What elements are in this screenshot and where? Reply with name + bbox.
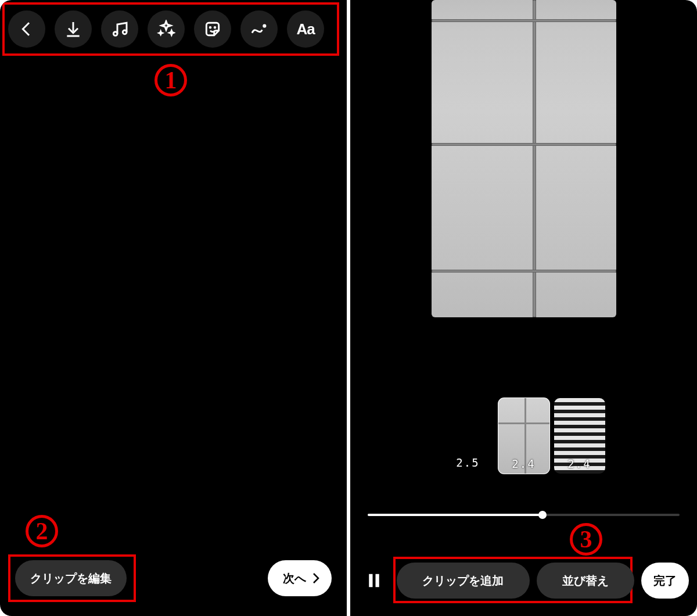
music-icon [110, 20, 129, 38]
callout-number-1: 1 [155, 64, 187, 96]
back-button[interactable] [8, 10, 45, 48]
clip-duration-0: 2.5 [443, 456, 494, 469]
timeline-knob[interactable] [538, 511, 547, 519]
edit-clips-button[interactable]: クリップを編集 [15, 560, 127, 596]
chevron-left-icon [17, 20, 36, 38]
sticker-icon [203, 20, 222, 38]
draw-icon [250, 20, 268, 38]
timeline-slider[interactable] [368, 514, 680, 516]
svg-point-3 [214, 27, 215, 28]
timeline-progress [368, 514, 542, 516]
svg-rect-6 [376, 574, 379, 588]
video-preview[interactable] [432, 0, 616, 317]
text-button[interactable]: Aa [287, 10, 324, 48]
callout-number-3: 3 [570, 523, 602, 556]
add-clip-button[interactable]: クリップを追加 [397, 563, 530, 599]
draw-button[interactable] [240, 10, 278, 48]
clip-thumbnails: 2.5 2.4 2.4 [350, 398, 697, 474]
left-screen: Aa 1 クリップを編集 2 次へ [0, 0, 347, 616]
callout-number-2: 2 [26, 515, 58, 547]
pause-button[interactable] [358, 565, 390, 596]
music-button[interactable] [101, 10, 138, 48]
sticker-button[interactable] [194, 10, 231, 48]
download-button[interactable] [55, 10, 92, 48]
svg-rect-5 [369, 574, 372, 588]
effects-button[interactable] [148, 10, 185, 48]
sparkle-icon [157, 20, 175, 38]
reorder-button[interactable]: 並び替え [537, 563, 635, 599]
clip-duration-2: 2.4 [554, 457, 605, 470]
pause-icon [365, 572, 383, 589]
bottom-controls: クリップを追加 並び替え 完了 [358, 563, 689, 599]
right-screen: 2.5 2.4 2.4 3 [350, 0, 697, 616]
download-icon [64, 20, 82, 38]
svg-point-4 [263, 24, 266, 28]
next-button[interactable]: 次へ [268, 560, 332, 596]
svg-point-0 [113, 32, 117, 36]
svg-point-2 [210, 27, 211, 28]
svg-point-1 [123, 30, 127, 34]
chevron-right-icon [308, 571, 322, 585]
clip-thumb-2[interactable]: 2.4 [554, 398, 605, 474]
next-label: 次へ [283, 571, 306, 586]
done-button[interactable]: 完了 [641, 563, 689, 599]
preview-content [432, 0, 616, 317]
text-icon: Aa [296, 20, 314, 38]
top-toolbar: Aa [5, 7, 342, 51]
clip-thumb-1[interactable]: 2.4 [498, 398, 549, 474]
clip-duration-1: 2.4 [498, 457, 549, 470]
